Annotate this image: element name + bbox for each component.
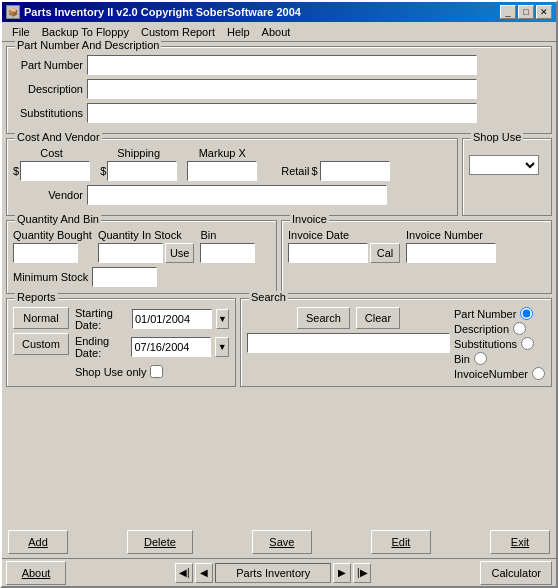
title-bar-buttons: _ □ ✕	[500, 5, 552, 19]
min-stock-input[interactable]	[92, 267, 157, 287]
part-number-row: Part Number	[13, 55, 545, 75]
shop-use-group: Shop Use	[462, 138, 552, 216]
app-icon: 📦	[6, 5, 20, 19]
qty-invoice-section: Quantity And Bin Quantity Bought Quantit…	[6, 220, 552, 294]
cost-inputs-row: Cost $ Shipping $ Mark	[13, 147, 451, 181]
vendor-row: Vendor	[13, 185, 451, 205]
add-button[interactable]: Add	[8, 530, 68, 554]
radio-substitutions-label: Substitutions	[454, 338, 517, 350]
radio-description[interactable]	[513, 322, 526, 335]
starting-date-dropdown[interactable]: ▼	[216, 309, 229, 329]
reports-group: Reports Normal Custom Starting Date: ▼	[6, 298, 236, 387]
cost-dollar: $	[13, 165, 19, 177]
ending-date-dropdown[interactable]: ▼	[215, 337, 229, 357]
part-number-group: Part Number And Description Part Number …	[6, 46, 552, 134]
nav-last-button[interactable]: |▶	[353, 563, 371, 583]
substitutions-label: Substitutions	[13, 107, 83, 119]
clear-button[interactable]: Clear	[356, 307, 400, 329]
search-group: Search Search Clear Part Number	[240, 298, 552, 387]
qty-stock-label: Quantity In Stock	[98, 229, 195, 241]
edit-button[interactable]: Edit	[371, 530, 431, 554]
cost-vendor-group: Cost And Vendor Cost $ Shipping $	[6, 138, 458, 216]
menu-about[interactable]: About	[256, 24, 297, 40]
inv-number-label: Invoice Number	[406, 229, 496, 241]
radio-invoice-number-label: InvoiceNumber	[454, 368, 528, 380]
markup-input[interactable]	[187, 161, 257, 181]
description-input[interactable]	[87, 79, 477, 99]
main-window: 📦 Parts Inventory II v2.0 Copyright Sobe…	[0, 0, 558, 588]
search-input[interactable]	[247, 333, 450, 353]
qty-stock-input[interactable]	[98, 243, 163, 263]
search-group-label: Search	[249, 291, 288, 303]
search-button[interactable]: Search	[297, 307, 350, 329]
custom-button[interactable]: Custom	[13, 333, 69, 355]
shipping-dollar: $	[100, 165, 106, 177]
radio-invoice-number[interactable]	[532, 367, 545, 380]
retail-label: Retail	[281, 165, 309, 177]
menu-file[interactable]: File	[6, 24, 36, 40]
min-stock-label: Minimum Stock	[13, 271, 88, 283]
shipping-input[interactable]	[107, 161, 177, 181]
radio-substitutions[interactable]	[521, 337, 534, 350]
markup-label: Markup X	[199, 147, 246, 159]
substitutions-row: Substitutions	[13, 103, 545, 123]
vendor-input[interactable]	[87, 185, 387, 205]
radio-bin[interactable]	[474, 352, 487, 365]
shop-use-select[interactable]	[469, 155, 539, 175]
normal-button[interactable]: Normal	[13, 307, 69, 329]
nav-first-button[interactable]: ◀|	[175, 563, 193, 583]
radio-bin-label: Bin	[454, 353, 470, 365]
about-button[interactable]: About	[6, 561, 66, 585]
window-title: Parts Inventory II v2.0 Copyright SoberS…	[24, 6, 301, 18]
exit-button[interactable]: Exit	[490, 530, 550, 554]
calculator-button[interactable]: Calculator	[480, 561, 552, 585]
nav-label: Parts Inventory	[215, 563, 331, 583]
part-number-label: Part Number	[13, 59, 83, 71]
main-content: Part Number And Description Part Number …	[2, 42, 556, 526]
bin-label: Bin	[200, 229, 255, 241]
quantity-group: Quantity And Bin Quantity Bought Quantit…	[6, 220, 277, 294]
nav-prev-button[interactable]: ◀	[195, 563, 213, 583]
part-number-input[interactable]	[87, 55, 477, 75]
invoice-group-label: Invoice	[290, 213, 329, 225]
shop-use-label: Shop Use	[471, 131, 523, 143]
action-buttons-bar: Add Delete Save Edit Exit	[2, 526, 556, 558]
substitutions-input[interactable]	[87, 103, 477, 123]
delete-button[interactable]: Delete	[127, 530, 193, 554]
title-bar: 📦 Parts Inventory II v2.0 Copyright Sobe…	[2, 2, 556, 22]
cost-label: Cost	[40, 147, 63, 159]
qty-bought-input[interactable]	[13, 243, 78, 263]
menu-help[interactable]: Help	[221, 24, 256, 40]
vendor-label: Vendor	[13, 189, 83, 201]
bin-input[interactable]	[200, 243, 255, 263]
minimize-button[interactable]: _	[500, 5, 516, 19]
status-bar: About ◀| ◀ Parts Inventory ▶ |▶ Calculat…	[2, 558, 556, 586]
maximize-button[interactable]: □	[518, 5, 534, 19]
ending-date-input[interactable]	[131, 337, 211, 357]
description-row: Description	[13, 79, 545, 99]
invoice-group: Invoice Invoice Date Cal Invoice Number	[281, 220, 552, 294]
starting-date-input[interactable]	[132, 309, 212, 329]
nav-next-button[interactable]: ▶	[333, 563, 351, 583]
ending-date-label: Ending Date:	[75, 335, 128, 359]
radio-part-number[interactable]	[520, 307, 533, 320]
cal-button[interactable]: Cal	[370, 243, 400, 263]
shop-only-label: Shop Use only	[75, 366, 147, 378]
cost-input[interactable]	[20, 161, 90, 181]
search-radio-group: Part Number Description Substitutions	[454, 307, 545, 380]
shop-only-checkbox[interactable]	[150, 365, 163, 378]
part-number-group-label: Part Number And Description	[15, 39, 161, 51]
invoice-number-input[interactable]	[406, 243, 496, 263]
radio-description-label: Description	[454, 323, 509, 335]
close-button[interactable]: ✕	[536, 5, 552, 19]
menu-custom-report[interactable]: Custom Report	[135, 24, 221, 40]
invoice-date-input[interactable]	[288, 243, 368, 263]
use-button[interactable]: Use	[165, 243, 195, 263]
menu-backup[interactable]: Backup To Floppy	[36, 24, 135, 40]
cost-vendor-label: Cost And Vendor	[15, 131, 102, 143]
shipping-label: Shipping	[117, 147, 160, 159]
navigation-bar: ◀| ◀ Parts Inventory ▶ |▶	[70, 563, 476, 583]
retail-input[interactable]	[320, 161, 390, 181]
inv-date-label: Invoice Date	[288, 229, 400, 241]
save-button[interactable]: Save	[252, 530, 312, 554]
